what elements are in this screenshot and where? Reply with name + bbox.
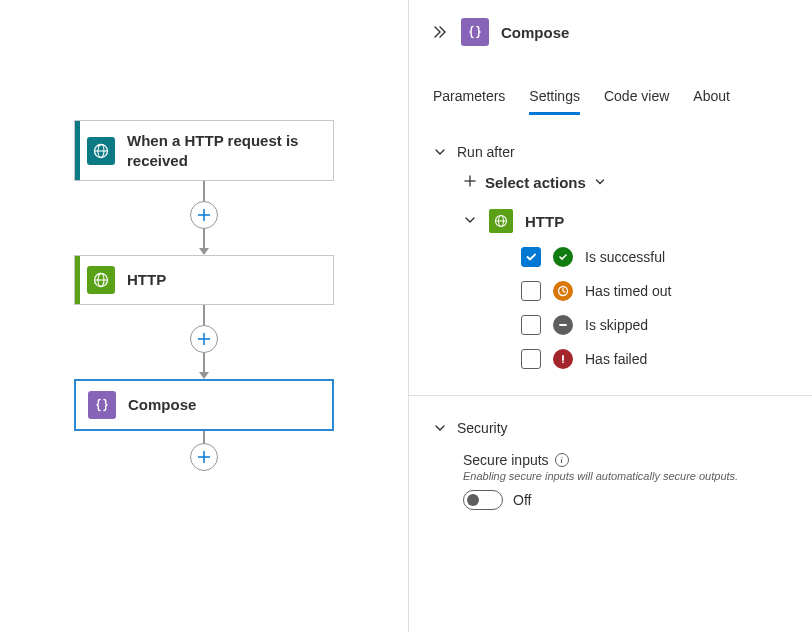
run-after-section-toggle[interactable]: Run after	[433, 140, 788, 164]
minus-icon	[553, 315, 573, 335]
panel-title: Compose	[501, 24, 569, 41]
node-label: HTTP	[127, 270, 166, 290]
divider	[409, 395, 812, 396]
section-label: Security	[457, 420, 508, 436]
secure-inputs-hint: Enabling secure inputs will automaticall…	[463, 470, 788, 482]
flow-node-trigger[interactable]: When a HTTP request is received	[74, 120, 334, 181]
select-actions-label: Select actions	[485, 174, 586, 191]
status-option-timeout[interactable]: Has timed out	[521, 281, 788, 301]
flow-node-http[interactable]: HTTP	[74, 255, 334, 305]
checkbox[interactable]	[521, 247, 541, 267]
status-label: Is successful	[585, 249, 665, 265]
checkbox[interactable]	[521, 281, 541, 301]
run-after-action[interactable]: HTTP	[463, 209, 788, 233]
tab-parameters[interactable]: Parameters	[433, 80, 505, 115]
chevron-down-icon	[594, 174, 606, 191]
select-actions-button[interactable]: Select actions	[463, 174, 788, 191]
security-section-toggle[interactable]: Security	[433, 416, 788, 440]
secure-inputs-label: Secure inputs	[463, 452, 549, 468]
status-option-success[interactable]: Is successful	[521, 247, 788, 267]
globe-icon	[87, 137, 115, 165]
braces-icon	[88, 391, 116, 419]
chevron-down-icon	[463, 213, 477, 230]
tab-settings[interactable]: Settings	[529, 80, 580, 115]
checkbox[interactable]	[521, 315, 541, 335]
toggle-value-label: Off	[513, 492, 531, 508]
add-step-button[interactable]	[190, 443, 218, 471]
status-option-failed[interactable]: Has failed	[521, 349, 788, 369]
collapse-panel-button[interactable]	[429, 22, 449, 42]
chevron-down-icon	[433, 145, 447, 159]
node-label: Compose	[128, 395, 196, 415]
node-label: When a HTTP request is received	[127, 131, 321, 170]
status-label: Has timed out	[585, 283, 671, 299]
action-name: HTTP	[525, 213, 564, 230]
chevron-down-icon	[433, 421, 447, 435]
status-label: Is skipped	[585, 317, 648, 333]
braces-icon	[461, 18, 489, 46]
globe-icon	[489, 209, 513, 233]
status-label: Has failed	[585, 351, 647, 367]
error-icon	[553, 349, 573, 369]
status-option-skipped[interactable]: Is skipped	[521, 315, 788, 335]
section-label: Run after	[457, 144, 515, 160]
tab-about[interactable]: About	[693, 80, 730, 115]
flow-canvas[interactable]: When a HTTP request is received HTTP	[0, 0, 408, 632]
clock-icon	[553, 281, 573, 301]
flow-node-compose[interactable]: Compose	[74, 379, 334, 431]
secure-inputs-toggle[interactable]	[463, 490, 503, 510]
add-step-button[interactable]	[190, 201, 218, 229]
tab-code-view[interactable]: Code view	[604, 80, 669, 115]
connector	[190, 181, 218, 255]
globe-icon	[87, 266, 115, 294]
add-step-button[interactable]	[190, 325, 218, 353]
svg-point-20	[562, 361, 564, 363]
info-icon[interactable]: i	[555, 453, 569, 467]
success-icon	[553, 247, 573, 267]
connector	[190, 431, 218, 471]
connector	[190, 305, 218, 379]
action-panel: Compose Parameters Settings Code view Ab…	[408, 0, 812, 632]
tabs: Parameters Settings Code view About	[409, 80, 812, 116]
checkbox[interactable]	[521, 349, 541, 369]
plus-icon	[463, 174, 477, 191]
